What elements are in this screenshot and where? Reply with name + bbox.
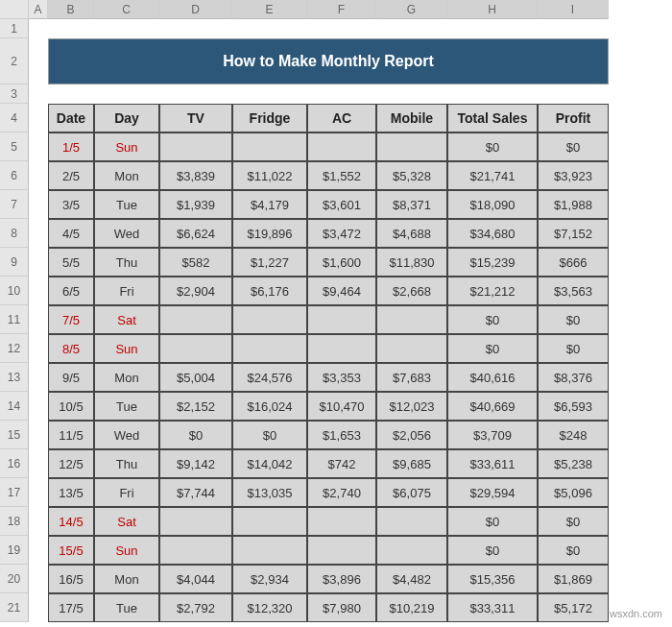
table-cell-profit[interactable]: $8,376 [538,363,609,392]
table-cell-tv[interactable]: $3,839 [159,161,232,190]
table-cell-mobile[interactable]: $10,219 [376,593,447,622]
cell-blank[interactable] [94,84,159,104]
table-cell-total[interactable]: $21,741 [447,161,538,190]
cell-blank[interactable] [307,84,376,104]
table-cell-tv[interactable] [159,334,232,363]
cell-blank[interactable] [94,19,159,38]
col-header-G[interactable]: G [376,0,447,19]
table-cell-date[interactable]: 16/5 [48,565,94,593]
table-cell-date[interactable]: 3/5 [48,190,94,219]
cell-a-5[interactable] [29,133,48,161]
select-all-button[interactable] [0,0,29,19]
table-cell-day[interactable]: Thu [94,248,159,277]
table-cell-day[interactable]: Mon [94,363,159,392]
table-cell-day[interactable]: Sun [94,133,159,161]
table-cell-mobile[interactable] [376,305,447,334]
cell-a-16[interactable] [29,449,48,478]
table-header-date[interactable]: Date [48,104,94,133]
table-cell-date[interactable]: 7/5 [48,305,94,334]
cell-a-10[interactable] [29,277,48,305]
table-cell-date[interactable]: 8/5 [48,334,94,363]
table-cell-total[interactable]: $0 [447,133,538,161]
cell-a-19[interactable] [29,536,48,565]
table-cell-ac[interactable]: $2,740 [307,478,376,507]
cell-a-1[interactable] [29,19,48,38]
table-cell-fridge[interactable]: $4,179 [232,190,307,219]
table-cell-total[interactable]: $15,239 [447,248,538,277]
table-cell-profit[interactable]: $1,988 [538,190,609,219]
row-header-19[interactable]: 19 [0,536,29,565]
table-cell-total[interactable]: $34,680 [447,219,538,248]
table-cell-profit[interactable]: $6,593 [538,392,609,421]
table-cell-profit[interactable]: $3,563 [538,277,609,305]
cell-a-4[interactable] [29,104,48,133]
cell-a-21[interactable] [29,593,48,622]
table-cell-date[interactable]: 9/5 [48,363,94,392]
table-cell-fridge[interactable]: $16,024 [232,392,307,421]
row-header-3[interactable]: 3 [0,84,29,104]
table-cell-mobile[interactable]: $4,688 [376,219,447,248]
row-header-7[interactable]: 7 [0,190,29,219]
cell-a-3[interactable] [29,84,48,104]
table-cell-profit[interactable]: $5,096 [538,478,609,507]
cell-a-9[interactable] [29,248,48,277]
table-cell-fridge[interactable] [232,133,307,161]
table-cell-total[interactable]: $0 [447,305,538,334]
table-cell-total[interactable]: $0 [447,507,538,536]
cell-blank[interactable] [159,19,232,38]
table-cell-tv[interactable]: $1,939 [159,190,232,219]
table-cell-fridge[interactable]: $6,176 [232,277,307,305]
table-cell-total[interactable]: $33,611 [447,449,538,478]
table-cell-day[interactable]: Wed [94,421,159,449]
table-cell-mobile[interactable]: $12,023 [376,392,447,421]
table-cell-date[interactable]: 2/5 [48,161,94,190]
table-cell-total[interactable]: $18,090 [447,190,538,219]
cell-blank[interactable] [447,19,538,38]
cell-a-12[interactable] [29,334,48,363]
table-cell-day[interactable]: Mon [94,565,159,593]
table-cell-mobile[interactable]: $7,683 [376,363,447,392]
table-cell-ac[interactable]: $742 [307,449,376,478]
table-cell-date[interactable]: 17/5 [48,593,94,622]
table-cell-date[interactable]: 14/5 [48,507,94,536]
table-cell-day[interactable]: Tue [94,593,159,622]
table-cell-total[interactable]: $29,594 [447,478,538,507]
table-header-fridge[interactable]: Fridge [232,104,307,133]
table-cell-mobile[interactable]: $5,328 [376,161,447,190]
row-header-20[interactable]: 20 [0,565,29,593]
table-cell-tv[interactable]: $6,624 [159,219,232,248]
row-header-14[interactable]: 14 [0,392,29,421]
cell-blank[interactable] [538,19,609,38]
col-header-A[interactable]: A [29,0,48,19]
table-cell-ac[interactable]: $10,470 [307,392,376,421]
row-header-11[interactable]: 11 [0,305,29,334]
row-header-12[interactable]: 12 [0,334,29,363]
table-cell-total[interactable]: $40,669 [447,392,538,421]
table-header-total[interactable]: Total Sales [447,104,538,133]
table-cell-fridge[interactable] [232,507,307,536]
cell-blank[interactable] [376,84,447,104]
cell-a-17[interactable] [29,478,48,507]
table-cell-mobile[interactable]: $8,371 [376,190,447,219]
table-cell-date[interactable]: 11/5 [48,421,94,449]
table-cell-profit[interactable]: $7,152 [538,219,609,248]
cell-blank[interactable] [307,19,376,38]
table-cell-tv[interactable] [159,507,232,536]
table-cell-ac[interactable] [307,133,376,161]
table-cell-tv[interactable]: $4,044 [159,565,232,593]
table-cell-date[interactable]: 10/5 [48,392,94,421]
table-cell-date[interactable]: 13/5 [48,478,94,507]
table-cell-profit[interactable]: $666 [538,248,609,277]
table-cell-day[interactable]: Sat [94,507,159,536]
table-cell-profit[interactable]: $248 [538,421,609,449]
table-cell-tv[interactable]: $2,792 [159,593,232,622]
table-cell-fridge[interactable] [232,334,307,363]
cell-a-15[interactable] [29,421,48,449]
table-cell-total[interactable]: $3,709 [447,421,538,449]
row-header-1[interactable]: 1 [0,19,29,38]
row-header-16[interactable]: 16 [0,449,29,478]
table-header-ac[interactable]: AC [307,104,376,133]
table-cell-ac[interactable]: $1,552 [307,161,376,190]
table-cell-profit[interactable]: $0 [538,334,609,363]
cell-blank[interactable] [48,84,94,104]
